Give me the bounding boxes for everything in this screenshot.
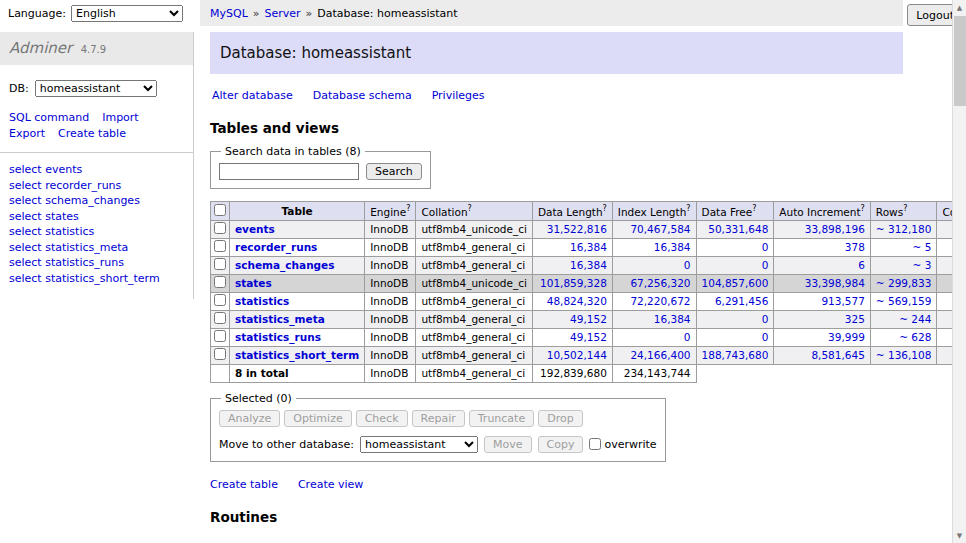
move-row: Move to other database: homeassistant Mo… bbox=[219, 436, 657, 453]
table-name-link[interactable]: events bbox=[235, 223, 275, 235]
scrollbar-thumb[interactable] bbox=[954, 16, 966, 106]
table-row: eventsInnoDButf8mb4_unicode_ci31,522,816… bbox=[211, 220, 966, 238]
sidebar-table-link[interactable]: select states bbox=[9, 210, 184, 223]
index-length-link[interactable]: 24,166,400 bbox=[630, 349, 690, 361]
data-free-link[interactable]: 0 bbox=[762, 313, 769, 325]
column-help-link[interactable]: ? bbox=[752, 204, 756, 213]
row-checkbox[interactable] bbox=[214, 330, 226, 342]
top-bar: Language: English MySQL » Server » Datab… bbox=[0, 0, 966, 26]
data-free-link[interactable]: 104,857,600 bbox=[702, 277, 769, 289]
row-checkbox[interactable] bbox=[214, 312, 226, 324]
table-name-cell: statistics_meta bbox=[230, 310, 365, 328]
row-checkbox[interactable] bbox=[214, 222, 226, 234]
select-all-checkbox[interactable] bbox=[214, 204, 226, 216]
auto-increment-link[interactable]: 33,898,196 bbox=[805, 223, 865, 235]
db-action-link[interactable]: Privileges bbox=[432, 89, 485, 102]
sidebar-action-link[interactable]: Create table bbox=[58, 127, 126, 140]
table-name-link[interactable]: statistics_meta bbox=[235, 313, 325, 325]
data-free-link[interactable]: 50,331,648 bbox=[708, 223, 768, 235]
table-name-link[interactable]: statistics_runs bbox=[235, 331, 321, 343]
sidebar-table-link[interactable]: select events bbox=[9, 163, 184, 176]
breadcrumb-server-link[interactable]: Server bbox=[265, 7, 301, 20]
column-help-link[interactable]: ? bbox=[903, 204, 907, 213]
row-checkbox[interactable] bbox=[214, 276, 226, 288]
breadcrumb-mysql-link[interactable]: MySQL bbox=[210, 7, 248, 20]
data-free-link[interactable]: 0 bbox=[762, 331, 769, 343]
table-name-link[interactable]: statistics bbox=[235, 295, 289, 307]
column-help-link[interactable]: ? bbox=[603, 204, 607, 213]
db-action-link[interactable]: Alter database bbox=[212, 89, 293, 102]
auto-increment-link[interactable]: 33,398,984 bbox=[805, 277, 865, 289]
create-link[interactable]: Create table bbox=[210, 478, 278, 491]
rows-count-link[interactable]: ~ 3 bbox=[913, 259, 932, 271]
data-length-link[interactable]: 101,859,328 bbox=[540, 277, 607, 289]
overwrite-option[interactable]: overwrite bbox=[589, 438, 656, 451]
column-help-link[interactable]: ? bbox=[406, 204, 410, 213]
db-action-link[interactable]: Database schema bbox=[313, 89, 412, 102]
data-free-link[interactable]: 0 bbox=[762, 241, 769, 253]
data-free-link[interactable]: 6,291,456 bbox=[715, 295, 768, 307]
index-length-link[interactable]: 16,384 bbox=[654, 241, 691, 253]
sidebar-action-link[interactable]: Import bbox=[102, 111, 139, 124]
column-help-link[interactable]: ? bbox=[468, 204, 472, 213]
auto-increment-link[interactable]: 8,581,645 bbox=[811, 349, 864, 361]
rows-count-link[interactable]: ~ 299,833 bbox=[876, 277, 932, 289]
data-length-link[interactable]: 31,522,816 bbox=[547, 223, 607, 235]
index-length-link[interactable]: 0 bbox=[684, 259, 691, 271]
index-length-link[interactable]: 0 bbox=[684, 331, 691, 343]
search-button[interactable]: Search bbox=[366, 163, 422, 180]
index-length-link[interactable]: 16,384 bbox=[654, 313, 691, 325]
data-free-link[interactable]: 188,743,680 bbox=[702, 349, 769, 361]
column-help-link[interactable]: ? bbox=[861, 204, 865, 213]
table-name-link[interactable]: schema_changes bbox=[235, 259, 335, 271]
move-db-select[interactable]: homeassistant bbox=[360, 436, 478, 453]
data-length-link[interactable]: 10,502,144 bbox=[547, 349, 607, 361]
auto-increment-link[interactable]: 913,577 bbox=[821, 295, 864, 307]
table-name-link[interactable]: statistics_short_term bbox=[235, 349, 359, 361]
row-checkbox[interactable] bbox=[214, 348, 226, 360]
rows-count-link[interactable]: ~ 569,159 bbox=[876, 295, 932, 307]
create-link[interactable]: Create view bbox=[298, 478, 363, 491]
data-length-link[interactable]: 48,824,320 bbox=[547, 295, 607, 307]
language-select[interactable]: English bbox=[71, 5, 183, 22]
tables-heading: Tables and views bbox=[210, 120, 966, 136]
data-length-link[interactable]: 16,384 bbox=[570, 241, 607, 253]
rows-count-link[interactable]: ~ 5 bbox=[913, 241, 932, 253]
column-help-link[interactable]: ? bbox=[686, 204, 690, 213]
sidebar-table-link[interactable]: select statistics_runs bbox=[9, 256, 184, 269]
auto-increment-link[interactable]: 39,999 bbox=[828, 331, 865, 343]
data-length-link[interactable]: 49,152 bbox=[570, 331, 607, 343]
table-name-cell: statistics bbox=[230, 292, 365, 310]
sidebar-table-link[interactable]: select statistics_meta bbox=[9, 241, 184, 254]
column-header: Engine? bbox=[365, 202, 416, 221]
row-checkbox[interactable] bbox=[214, 240, 226, 252]
rows-count-link[interactable]: ~ 312,180 bbox=[876, 223, 932, 235]
data-length-link[interactable]: 16,384 bbox=[570, 259, 607, 271]
data-length-link[interactable]: 49,152 bbox=[570, 313, 607, 325]
table-name-link[interactable]: states bbox=[235, 277, 272, 289]
search-input[interactable] bbox=[219, 163, 359, 180]
rows-count-link[interactable]: ~ 136,108 bbox=[876, 349, 932, 361]
index-length-link[interactable]: 67,256,320 bbox=[630, 277, 690, 289]
rows-count-link[interactable]: ~ 628 bbox=[899, 331, 931, 343]
auto-increment-link[interactable]: 6 bbox=[858, 259, 865, 271]
data-free-link[interactable]: 0 bbox=[762, 259, 769, 271]
table-name-link[interactable]: recorder_runs bbox=[235, 241, 317, 253]
auto-increment-link[interactable]: 325 bbox=[845, 313, 865, 325]
sidebar-action-link[interactable]: Export bbox=[9, 127, 45, 140]
sidebar-table-link[interactable]: select statistics bbox=[9, 225, 184, 238]
sidebar-action-link[interactable]: SQL command bbox=[9, 111, 89, 124]
sidebar-table-link[interactable]: select schema_changes bbox=[9, 194, 184, 207]
overwrite-checkbox[interactable] bbox=[589, 438, 601, 450]
sidebar-table-link[interactable]: select statistics_short_term bbox=[9, 272, 184, 285]
rows-count-link[interactable]: ~ 244 bbox=[899, 313, 931, 325]
db-select[interactable]: homeassistant bbox=[35, 80, 157, 97]
scroll-up-icon[interactable]: ▲ bbox=[953, 0, 966, 15]
auto-increment-link[interactable]: 378 bbox=[845, 241, 865, 253]
row-checkbox[interactable] bbox=[214, 294, 226, 306]
index-length-link[interactable]: 72,220,672 bbox=[630, 295, 690, 307]
index-length-link[interactable]: 70,467,584 bbox=[630, 223, 690, 235]
scroll-down-icon[interactable]: ▼ bbox=[953, 528, 966, 543]
sidebar-table-link[interactable]: select recorder_runs bbox=[9, 179, 184, 192]
row-checkbox[interactable] bbox=[214, 258, 226, 270]
